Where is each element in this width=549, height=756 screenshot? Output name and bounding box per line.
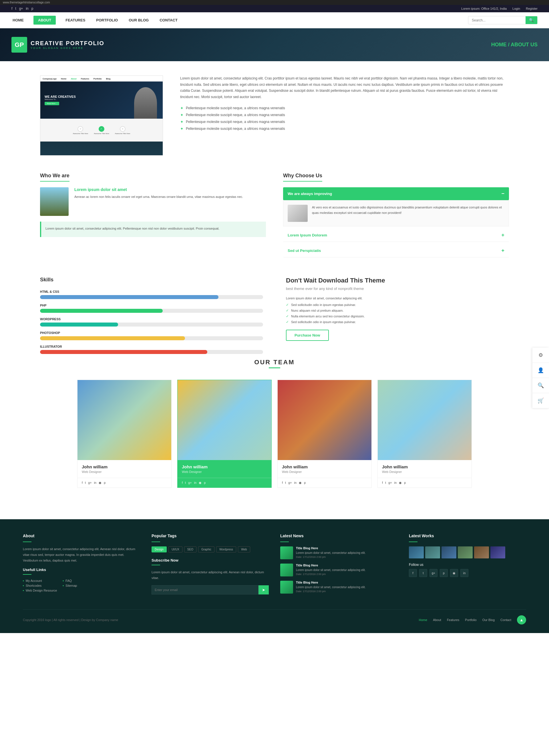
sidebar-settings-icon[interactable]: ⚙ [532, 348, 549, 363]
team-tw-4[interactable]: t [385, 481, 386, 485]
sidebar-user-icon[interactable]: 👤 [532, 363, 549, 378]
accordion-header-1[interactable]: We are always improving − [283, 187, 509, 200]
team-pi-2[interactable]: p [204, 481, 206, 485]
feature-text-2: Pellentesque molestie suscipit neque, a … [186, 113, 285, 117]
social-instagram[interactable]: in [26, 7, 28, 11]
team-in-3[interactable]: in [294, 481, 297, 485]
subscribe-input[interactable] [152, 585, 258, 594]
team-card-1: John william Web Designer f t g+ in ◉ p [77, 380, 172, 488]
feature-text-3: Pellentesque molestie suscipit neque, a … [186, 120, 285, 124]
nav-portfolio[interactable]: PORTFOLIO [95, 16, 119, 25]
feature-icon-3: ○ [120, 126, 126, 132]
team-in-1[interactable]: in [94, 481, 97, 485]
team-social-2: f t g+ in ◉ p [178, 478, 271, 488]
team-gp-3[interactable]: g+ [288, 481, 292, 485]
footer-nav-blog[interactable]: Our Blog [482, 618, 495, 622]
team-ig-4[interactable]: ◉ [399, 481, 402, 485]
footer-about-text: Lorem ipsum dolor sit amet, consectetur … [23, 546, 140, 563]
accordion-header-2[interactable]: Lorem Ipsum Dolorem + [283, 229, 509, 242]
team-fb-4[interactable]: f [382, 481, 383, 485]
subscribe-button[interactable]: ➤ [258, 585, 269, 594]
footer-news-title: Latest News [280, 534, 397, 538]
team-tw-3[interactable]: t [285, 481, 286, 485]
news-date-1: Date: 17/12/2016 2:00 pm [296, 556, 397, 558]
about-section: CompanyLogo Home About Features Portfoli… [40, 75, 509, 156]
tag-wordpress[interactable]: Wordpress [216, 546, 236, 552]
footer-link-4[interactable]: FAQ [63, 579, 77, 582]
team-tw-2[interactable]: t [185, 481, 186, 485]
scroll-top-button[interactable]: ▲ [517, 615, 526, 624]
team-pi-1[interactable]: p [104, 481, 106, 485]
download-title: Don't Wait Download This Theme [286, 277, 509, 284]
team-img-placeholder-2 [178, 380, 271, 460]
nav-home[interactable]: HOME [11, 16, 25, 25]
why-choose-col: Why Choose Us We are always improving − … [283, 173, 509, 260]
feature-dot-3: ✦ [180, 120, 184, 124]
tag-web[interactable]: Web [238, 546, 250, 552]
team-in-2[interactable]: in [194, 481, 197, 485]
skills-section: Skills HTML & CSS PHP WORDPRESS [40, 277, 263, 359]
team-pi-3[interactable]: p [304, 481, 306, 485]
team-tw-1[interactable]: t [85, 481, 86, 485]
footer-nav-portfolio[interactable]: Portfolio [465, 618, 476, 622]
feature-item-4: ✦ Pellentesque molestie suscipit neque, … [180, 126, 509, 131]
check-icon-1: ✓ [286, 303, 289, 307]
team-fb-2[interactable]: f [182, 481, 183, 485]
skill-row-2: PHP [40, 304, 263, 313]
footer-links-right: FAQ Sitemap [63, 579, 77, 594]
follow-fb[interactable]: f [409, 569, 417, 577]
feature-label-3: Awesome Title Here [115, 133, 130, 134]
nav-features[interactable]: FEATURES [64, 16, 86, 25]
tag-graphic[interactable]: Graphic [198, 546, 214, 552]
team-pi-4[interactable]: p [404, 481, 406, 485]
team-role-2: Web Designer [182, 470, 267, 474]
team-ig-3[interactable]: ◉ [299, 481, 302, 485]
social-pinterest[interactable]: p [31, 7, 33, 11]
follow-gp[interactable]: g+ [429, 569, 437, 577]
social-twitter[interactable]: t [15, 7, 16, 11]
work-2 [425, 546, 440, 558]
social-facebook[interactable]: f [11, 7, 12, 11]
nav-contact[interactable]: CONTACT [158, 16, 179, 25]
team-ig-2[interactable]: ◉ [199, 481, 202, 485]
tag-seo[interactable]: SEO [184, 546, 196, 552]
sidebar-search-icon[interactable]: 🔍 [532, 378, 549, 393]
login-link[interactable]: Login [512, 7, 520, 10]
sidebar-cart-icon[interactable]: 🛒 [532, 393, 549, 408]
footer-link-1[interactable]: My Account [23, 579, 57, 582]
team-role-3: Web Designer [282, 470, 367, 474]
footer-link-3[interactable]: Web Design Resource [23, 589, 57, 592]
social-google[interactable]: g+ [19, 7, 23, 11]
footer-nav-home[interactable]: Home [419, 618, 427, 622]
tag-uiux[interactable]: UI/UX [168, 546, 182, 552]
team-gp-1[interactable]: g+ [88, 481, 92, 485]
team-name-4: John william [382, 464, 467, 469]
footer-link-5[interactable]: Sitemap [63, 584, 77, 587]
team-fb-1[interactable]: f [82, 481, 83, 485]
footer-nav-contact[interactable]: Contact [500, 618, 511, 622]
follow-tw[interactable]: t [419, 569, 427, 577]
tag-design[interactable]: Design [152, 546, 167, 552]
team-gp-2[interactable]: g+ [188, 481, 192, 485]
follow-ig[interactable]: ◉ [450, 569, 458, 577]
team-in-4[interactable]: in [394, 481, 397, 485]
footer-nav-features[interactable]: Features [447, 618, 459, 622]
check-item-2: ✓ Nunc aliquam nisl ut pretium aliquam. [286, 309, 509, 313]
nav-blog[interactable]: OUR BLOG [128, 16, 150, 25]
team-fb-3[interactable]: f [282, 481, 283, 485]
register-link[interactable]: Register [526, 7, 538, 10]
footer-link-2[interactable]: Shortcodes [23, 584, 57, 587]
team-info-4: John william Web Designer [378, 460, 472, 478]
team-gp-4[interactable]: g+ [388, 481, 392, 485]
feature-icon-2: ✓ [99, 126, 104, 132]
follow-pi[interactable]: p [440, 569, 448, 577]
purchase-button[interactable]: Purchase Now [286, 330, 329, 341]
accordion-header-3[interactable]: Sed ut Perspiciatis + [283, 244, 509, 257]
footer-nav-about[interactable]: About [433, 618, 441, 622]
nav-about[interactable]: ABOUT [33, 16, 56, 25]
search-input[interactable] [468, 17, 526, 24]
follow-in[interactable]: in [460, 569, 468, 577]
team-ig-1[interactable]: ◉ [99, 481, 102, 485]
logo-slogan: YOUR SLOGAN GOES HERE [31, 47, 104, 49]
search-button[interactable]: 🔍 [526, 16, 537, 24]
